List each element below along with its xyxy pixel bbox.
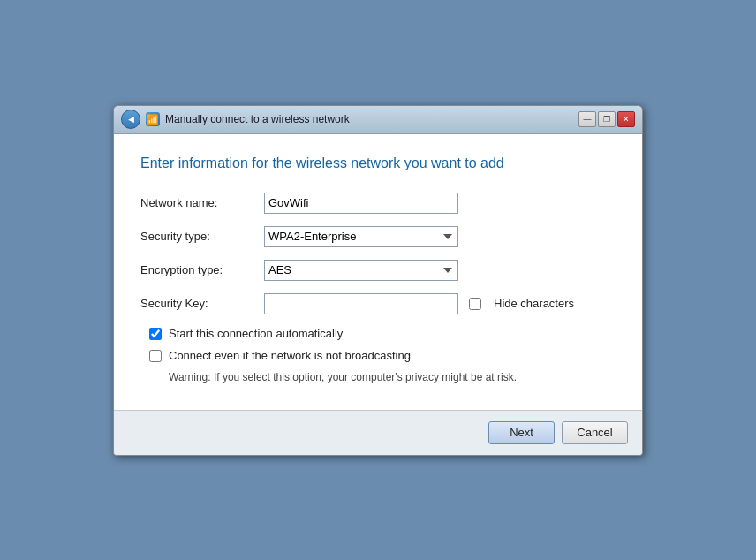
auto-connect-checkbox[interactable] [149, 328, 162, 340]
security-type-row: Security type: WPA2-Enterprise Open WEP … [140, 226, 616, 247]
title-bar: Manually connect to a wireless network —… [114, 106, 642, 134]
hide-characters-checkbox[interactable] [469, 298, 481, 310]
encryption-type-row: Encryption type: AES TKIP [140, 260, 616, 281]
page-heading: Enter information for the wireless netwo… [140, 155, 616, 171]
security-key-row: Security Key: Hide characters [140, 293, 616, 314]
security-type-select[interactable]: WPA2-Enterprise Open WEP WPA2-Personal [264, 226, 458, 247]
network-icon [146, 112, 160, 126]
hide-characters-label[interactable]: Hide characters [469, 297, 574, 310]
broadcast-checkbox[interactable] [149, 350, 162, 362]
auto-connect-label: Start this connection automatically [169, 327, 343, 340]
network-name-row: Network name: [140, 193, 616, 214]
network-name-control [264, 193, 458, 214]
hide-characters-text: Hide characters [494, 297, 574, 310]
security-key-input[interactable] [264, 293, 458, 314]
security-type-control: WPA2-Enterprise Open WEP WPA2-Personal [264, 226, 458, 247]
restore-button[interactable]: ❐ [598, 111, 616, 127]
close-button[interactable]: ✕ [617, 111, 635, 127]
broadcast-label: Connect even if the network is not broad… [169, 349, 411, 362]
content-area: Enter information for the wireless netwo… [114, 134, 642, 410]
title-bar-controls: — ❐ ✕ [578, 111, 635, 127]
security-key-label: Security Key: [140, 297, 264, 310]
broadcast-row: Connect even if the network is not broad… [140, 349, 616, 362]
title-bar-left: Manually connect to a wireless network [121, 110, 350, 129]
encryption-type-control: AES TKIP [264, 260, 458, 281]
main-window: Manually connect to a wireless network —… [113, 105, 643, 456]
encryption-type-select[interactable]: AES TKIP [264, 260, 458, 281]
network-name-label: Network name: [140, 196, 264, 209]
footer-area: Next Cancel [114, 410, 642, 455]
next-button[interactable]: Next [488, 421, 555, 444]
warning-text: Warning: If you select this option, your… [140, 371, 616, 383]
network-name-input[interactable] [264, 193, 458, 214]
encryption-type-label: Encryption type: [140, 263, 264, 276]
back-button[interactable] [121, 110, 140, 129]
auto-connect-row: Start this connection automatically [140, 327, 616, 340]
security-key-control: Hide characters [264, 293, 574, 314]
cancel-button[interactable]: Cancel [562, 421, 628, 444]
window-title: Manually connect to a wireless network [165, 113, 350, 125]
security-type-label: Security type: [140, 230, 264, 243]
minimize-button[interactable]: — [578, 111, 596, 127]
